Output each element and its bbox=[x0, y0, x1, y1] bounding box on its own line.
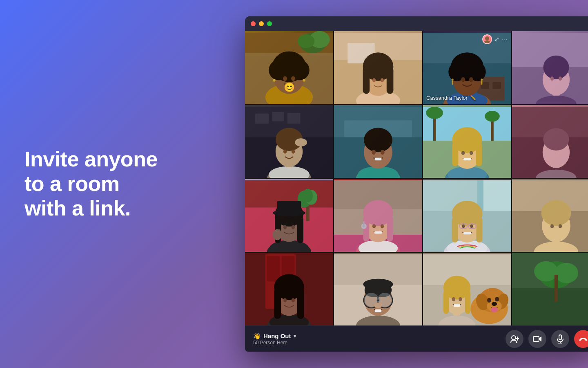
svg-rect-131 bbox=[387, 216, 393, 241]
edit-icon-3[interactable]: ✏️ bbox=[470, 95, 476, 101]
headline-line2: to a room bbox=[24, 172, 119, 195]
video-cell-7 bbox=[423, 105, 511, 178]
svg-rect-214 bbox=[555, 274, 558, 301]
svg-point-46 bbox=[485, 36, 489, 40]
end-call-icon bbox=[579, 334, 588, 343]
svg-point-181 bbox=[363, 278, 393, 289]
svg-point-85 bbox=[485, 111, 500, 122]
svg-rect-45 bbox=[481, 81, 482, 85]
room-person-count: 50 Person Here bbox=[253, 340, 296, 346]
svg-rect-195 bbox=[443, 290, 449, 314]
svg-point-68 bbox=[292, 149, 295, 153]
video-cell-6 bbox=[334, 105, 422, 178]
svg-rect-92 bbox=[476, 142, 482, 166]
svg-point-208 bbox=[495, 296, 499, 301]
avatar-badge-3 bbox=[482, 34, 492, 44]
svg-point-212 bbox=[534, 261, 558, 281]
svg-point-67 bbox=[283, 149, 287, 153]
maximize-button[interactable] bbox=[267, 21, 272, 26]
svg-point-159 bbox=[541, 200, 571, 226]
svg-point-25 bbox=[372, 78, 376, 82]
svg-point-101 bbox=[543, 128, 569, 150]
svg-point-14 bbox=[273, 79, 276, 82]
svg-point-47 bbox=[484, 40, 490, 43]
title-bar bbox=[245, 16, 588, 31]
video-button[interactable] bbox=[528, 330, 546, 348]
svg-point-66 bbox=[295, 138, 307, 146]
svg-rect-147 bbox=[476, 217, 482, 242]
close-button[interactable] bbox=[251, 21, 256, 26]
room-emoji: 👋 bbox=[253, 332, 261, 340]
svg-rect-136 bbox=[374, 231, 382, 234]
video-cell-4 bbox=[512, 31, 588, 104]
svg-rect-133 bbox=[363, 221, 364, 227]
svg-point-39 bbox=[453, 53, 481, 75]
svg-rect-164 bbox=[267, 256, 280, 281]
svg-point-197 bbox=[452, 297, 455, 301]
minimize-button[interactable] bbox=[259, 21, 264, 26]
svg-point-53 bbox=[543, 56, 569, 79]
svg-rect-24 bbox=[387, 67, 394, 94]
svg-point-55 bbox=[559, 76, 562, 81]
video-cell-16 bbox=[512, 253, 588, 326]
svg-rect-59 bbox=[272, 112, 284, 121]
video-cell-2 bbox=[334, 31, 422, 104]
cassandra-name: Cassandra Taylor bbox=[426, 95, 468, 101]
svg-point-152 bbox=[470, 224, 473, 228]
svg-point-213 bbox=[555, 263, 578, 283]
svg-rect-146 bbox=[452, 217, 458, 242]
video-cell-8 bbox=[512, 105, 588, 178]
svg-point-41 bbox=[469, 77, 473, 82]
svg-point-135 bbox=[381, 224, 384, 228]
add-user-icon bbox=[510, 334, 519, 343]
svg-rect-153 bbox=[463, 232, 471, 234]
svg-point-215 bbox=[512, 336, 516, 340]
more-icon-3[interactable]: ··· bbox=[502, 36, 508, 43]
svg-rect-31 bbox=[492, 82, 501, 89]
svg-point-15 bbox=[303, 79, 305, 82]
svg-rect-114 bbox=[297, 216, 303, 243]
svg-point-78 bbox=[381, 150, 385, 155]
svg-point-174 bbox=[292, 298, 295, 302]
svg-point-161 bbox=[559, 224, 562, 228]
svg-point-151 bbox=[462, 224, 465, 228]
svg-rect-210 bbox=[512, 288, 588, 325]
svg-point-77 bbox=[372, 150, 376, 155]
video-cell-10 bbox=[334, 179, 422, 252]
svg-point-207 bbox=[487, 298, 491, 303]
svg-point-54 bbox=[550, 76, 554, 81]
svg-rect-43 bbox=[452, 81, 453, 85]
headline-line1: Invite anyone bbox=[24, 147, 158, 171]
svg-point-118 bbox=[292, 225, 295, 229]
expand-icon-3[interactable]: ⤢ bbox=[494, 36, 499, 43]
svg-point-134 bbox=[372, 224, 376, 228]
svg-point-83 bbox=[426, 107, 443, 119]
svg-point-93 bbox=[461, 151, 465, 155]
mic-button[interactable] bbox=[551, 330, 569, 348]
svg-rect-172 bbox=[297, 288, 304, 319]
svg-rect-219 bbox=[559, 335, 561, 340]
emoji-overlay-1: 😊 bbox=[284, 82, 295, 93]
headline-line3: with a link. bbox=[24, 196, 131, 220]
svg-rect-196 bbox=[465, 290, 470, 314]
video-cell-15 bbox=[423, 253, 511, 326]
room-info: 👋 Hang Out ▾ 50 Person Here bbox=[253, 332, 296, 346]
add-user-button[interactable] bbox=[506, 330, 523, 348]
video-cell-14 bbox=[334, 253, 422, 326]
end-call-button[interactable] bbox=[574, 330, 588, 348]
chevron-down-icon[interactable]: ▾ bbox=[294, 333, 296, 339]
svg-point-205 bbox=[492, 302, 497, 306]
svg-rect-188 bbox=[375, 309, 382, 312]
room-name-display: 👋 Hang Out ▾ bbox=[253, 332, 296, 340]
mac-window: 😊 bbox=[245, 16, 588, 352]
call-controls bbox=[506, 330, 588, 348]
svg-rect-199 bbox=[454, 304, 461, 307]
svg-point-44 bbox=[481, 79, 483, 81]
video-cell-9 bbox=[245, 179, 333, 252]
svg-point-13 bbox=[291, 76, 295, 81]
video-grid: 😊 bbox=[245, 31, 588, 325]
video-cell-1: 😊 bbox=[245, 31, 333, 104]
video-cell-12 bbox=[512, 179, 588, 252]
video-cell-3: ⤢ ··· Cassandra Taylor ✏️ bbox=[423, 31, 511, 104]
svg-point-40 bbox=[461, 77, 465, 82]
